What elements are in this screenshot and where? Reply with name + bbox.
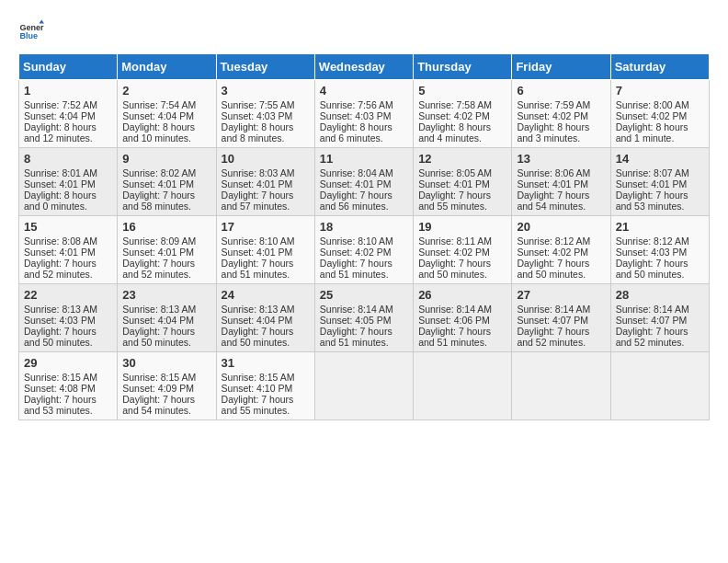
calendar-cell: 14Sunrise: 8:07 AMSunset: 4:01 PMDayligh… xyxy=(610,148,709,216)
daylight-text: Daylight: 8 hours and 0 minutes. xyxy=(24,190,112,212)
sunset-text: Sunset: 4:10 PM xyxy=(222,383,310,394)
header: General Blue xyxy=(18,18,710,44)
sunrise-text: Sunrise: 7:59 AM xyxy=(517,99,605,110)
calendar-cell: 26Sunrise: 8:14 AMSunset: 4:06 PMDayligh… xyxy=(414,284,512,352)
sunset-text: Sunset: 4:01 PM xyxy=(222,247,310,258)
sunrise-text: Sunrise: 8:14 AM xyxy=(517,304,605,315)
day-number: 16 xyxy=(122,220,210,234)
calendar-cell: 31Sunrise: 8:15 AMSunset: 4:10 PMDayligh… xyxy=(216,352,314,420)
sunset-text: Sunset: 4:04 PM xyxy=(122,110,210,121)
svg-text:General: General xyxy=(19,23,44,32)
sunrise-text: Sunrise: 8:12 AM xyxy=(616,236,704,247)
day-number: 28 xyxy=(616,288,704,302)
daylight-text: Daylight: 7 hours and 54 minutes. xyxy=(122,394,210,416)
day-number: 5 xyxy=(418,84,506,98)
daylight-text: Daylight: 7 hours and 56 minutes. xyxy=(320,190,408,212)
calendar-cell: 5Sunrise: 7:58 AMSunset: 4:02 PMDaylight… xyxy=(414,80,512,148)
calendar-cell: 29Sunrise: 8:15 AMSunset: 4:08 PMDayligh… xyxy=(19,352,118,420)
calendar-cell: 30Sunrise: 8:15 AMSunset: 4:09 PMDayligh… xyxy=(118,352,216,420)
daylight-text: Daylight: 7 hours and 51 minutes. xyxy=(222,258,310,280)
daylight-text: Daylight: 7 hours and 58 minutes. xyxy=(122,190,210,212)
sunrise-text: Sunrise: 8:11 AM xyxy=(418,236,506,247)
sunrise-text: Sunrise: 7:55 AM xyxy=(222,99,310,110)
daylight-text: Daylight: 7 hours and 51 minutes. xyxy=(320,258,408,280)
sunrise-text: Sunrise: 8:04 AM xyxy=(320,167,408,178)
daylight-text: Daylight: 7 hours and 50 minutes. xyxy=(222,326,310,348)
sunrise-text: Sunrise: 8:10 AM xyxy=(320,236,408,247)
sunset-text: Sunset: 4:02 PM xyxy=(517,247,605,258)
calendar: SundayMondayTuesdayWednesdayThursdayFrid… xyxy=(18,53,710,420)
svg-text:Blue: Blue xyxy=(19,31,38,40)
calendar-cell: 6Sunrise: 7:59 AMSunset: 4:02 PMDaylight… xyxy=(512,80,610,148)
daylight-text: Daylight: 8 hours and 1 minute. xyxy=(616,121,704,144)
sunset-text: Sunset: 4:09 PM xyxy=(122,383,210,394)
daylight-text: Daylight: 7 hours and 55 minutes. xyxy=(418,190,506,212)
calendar-cell: 22Sunrise: 8:13 AMSunset: 4:03 PMDayligh… xyxy=(19,284,118,352)
sunset-text: Sunset: 4:02 PM xyxy=(320,247,408,258)
day-number: 14 xyxy=(616,152,704,166)
day-number: 8 xyxy=(24,152,112,166)
calendar-cell: 17Sunrise: 8:10 AMSunset: 4:01 PMDayligh… xyxy=(216,216,314,284)
day-number: 3 xyxy=(222,84,310,98)
sunset-text: Sunset: 4:01 PM xyxy=(418,178,506,190)
sunrise-text: Sunrise: 8:06 AM xyxy=(517,167,605,178)
daylight-text: Daylight: 7 hours and 53 minutes. xyxy=(616,190,704,212)
sunset-text: Sunset: 4:04 PM xyxy=(222,315,310,326)
sunrise-text: Sunrise: 8:14 AM xyxy=(418,304,506,315)
daylight-text: Daylight: 7 hours and 52 minutes. xyxy=(517,326,605,348)
sunrise-text: Sunrise: 7:54 AM xyxy=(122,99,210,110)
sunset-text: Sunset: 4:04 PM xyxy=(24,110,112,121)
weekday-header-monday: Monday xyxy=(118,54,216,80)
day-number: 13 xyxy=(517,152,605,166)
sunrise-text: Sunrise: 8:03 AM xyxy=(222,167,310,178)
day-number: 15 xyxy=(24,220,112,234)
calendar-cell: 24Sunrise: 8:13 AMSunset: 4:04 PMDayligh… xyxy=(216,284,314,352)
sunset-text: Sunset: 4:03 PM xyxy=(320,110,408,121)
daylight-text: Daylight: 7 hours and 54 minutes. xyxy=(517,190,605,212)
sunset-text: Sunset: 4:01 PM xyxy=(517,178,605,190)
calendar-cell xyxy=(512,352,610,420)
calendar-cell: 2Sunrise: 7:54 AMSunset: 4:04 PMDaylight… xyxy=(118,80,216,148)
day-number: 12 xyxy=(418,152,506,166)
day-number: 20 xyxy=(517,220,605,234)
day-number: 31 xyxy=(222,356,310,370)
calendar-cell: 1Sunrise: 7:52 AMSunset: 4:04 PMDaylight… xyxy=(19,80,118,148)
sunset-text: Sunset: 4:01 PM xyxy=(122,247,210,258)
day-number: 10 xyxy=(222,152,310,166)
daylight-text: Daylight: 7 hours and 50 minutes. xyxy=(24,326,112,348)
calendar-cell: 9Sunrise: 8:02 AMSunset: 4:01 PMDaylight… xyxy=(118,148,216,216)
calendar-cell xyxy=(314,352,413,420)
sunset-text: Sunset: 4:02 PM xyxy=(418,110,506,121)
calendar-cell: 28Sunrise: 8:14 AMSunset: 4:07 PMDayligh… xyxy=(610,284,709,352)
sunrise-text: Sunrise: 8:12 AM xyxy=(517,236,605,247)
sunrise-text: Sunrise: 7:52 AM xyxy=(24,99,112,110)
day-number: 30 xyxy=(122,356,210,370)
logo-icon: General Blue xyxy=(18,18,44,44)
sunrise-text: Sunrise: 8:15 AM xyxy=(122,372,210,383)
daylight-text: Daylight: 7 hours and 50 minutes. xyxy=(418,258,506,280)
sunset-text: Sunset: 4:06 PM xyxy=(418,315,506,326)
daylight-text: Daylight: 7 hours and 50 minutes. xyxy=(517,258,605,280)
sunset-text: Sunset: 4:07 PM xyxy=(616,315,704,326)
calendar-cell xyxy=(414,352,512,420)
day-number: 19 xyxy=(418,220,506,234)
sunrise-text: Sunrise: 8:09 AM xyxy=(122,236,210,247)
day-number: 18 xyxy=(320,220,408,234)
weekday-header-wednesday: Wednesday xyxy=(314,54,413,80)
day-number: 6 xyxy=(517,84,605,98)
daylight-text: Daylight: 7 hours and 55 minutes. xyxy=(222,394,310,416)
calendar-cell: 3Sunrise: 7:55 AMSunset: 4:03 PMDaylight… xyxy=(216,80,314,148)
sunrise-text: Sunrise: 8:13 AM xyxy=(222,304,310,315)
calendar-cell: 16Sunrise: 8:09 AMSunset: 4:01 PMDayligh… xyxy=(118,216,216,284)
daylight-text: Daylight: 7 hours and 52 minutes. xyxy=(122,258,210,280)
day-number: 23 xyxy=(122,288,210,302)
weekday-header-saturday: Saturday xyxy=(610,54,709,80)
weekday-header-tuesday: Tuesday xyxy=(216,54,314,80)
sunset-text: Sunset: 4:07 PM xyxy=(517,315,605,326)
daylight-text: Daylight: 7 hours and 57 minutes. xyxy=(222,190,310,212)
sunrise-text: Sunrise: 8:02 AM xyxy=(122,167,210,178)
sunset-text: Sunset: 4:01 PM xyxy=(122,178,210,190)
calendar-cell xyxy=(610,352,709,420)
daylight-text: Daylight: 7 hours and 50 minutes. xyxy=(122,326,210,348)
weekday-header-sunday: Sunday xyxy=(19,54,118,80)
